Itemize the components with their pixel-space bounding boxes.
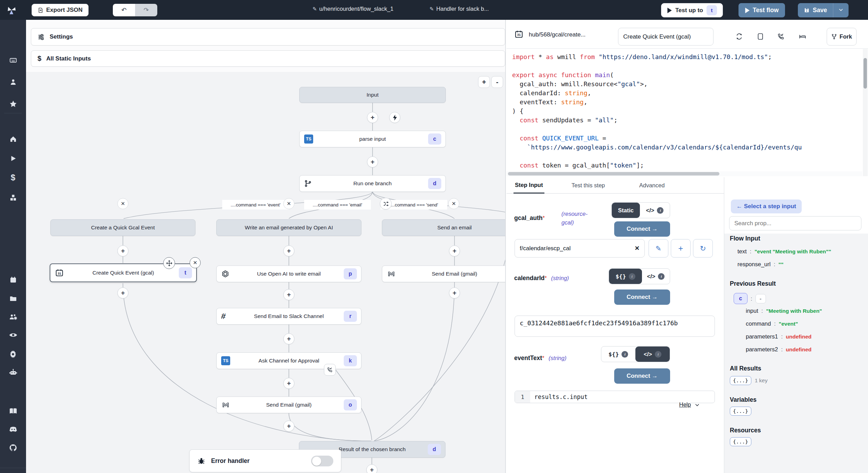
expand-object-chip[interactable]: {...} xyxy=(730,376,751,385)
undo-button[interactable]: ↶ xyxy=(113,4,135,16)
step-chip[interactable]: c xyxy=(734,293,748,304)
flow-canvas[interactable]: Settings $ All Static Inputs + - Input +… xyxy=(26,20,506,473)
sidebar-item-runs[interactable] xyxy=(0,152,26,165)
remove-branch-button[interactable]: ✕ xyxy=(283,198,294,209)
prop-row[interactable]: parameters2: undefined xyxy=(746,346,811,353)
fork-button[interactable]: Fork xyxy=(827,28,857,46)
node-send-email-gmail-branch2[interactable]: Send Email (gmail) o xyxy=(216,397,361,413)
node-send-email-gmail-branch3[interactable]: Send Email (gmail) xyxy=(382,266,506,282)
save-dropdown-button[interactable] xyxy=(833,7,849,14)
add-resource-button[interactable]: + xyxy=(671,239,691,258)
branch-header[interactable]: Write an email generated by Open AI xyxy=(216,219,361,236)
add-step-button[interactable]: + xyxy=(366,464,377,473)
gcal-auth-connect-button[interactable]: Connect → xyxy=(614,221,670,237)
prop-row[interactable]: input: "Meeting with Ruben" xyxy=(746,308,822,314)
add-step-button[interactable]: + xyxy=(283,421,294,432)
gcal-auth-resource-input[interactable]: f/calendar/escp_cal ✕ xyxy=(515,239,645,258)
info-icon[interactable]: i xyxy=(655,351,661,358)
sidebar-item-groups[interactable] xyxy=(0,310,26,324)
toggle-code[interactable]: </> i xyxy=(642,269,670,284)
add-step-button[interactable]: + xyxy=(449,245,460,256)
tab-advanced[interactable]: Advanced xyxy=(638,177,666,194)
node-ask-channel-for-approval[interactable]: TS Ask Channel for Approval k xyxy=(216,352,361,369)
error-handler-toggle[interactable] xyxy=(311,456,333,466)
test-flow-button[interactable]: Test flow xyxy=(738,3,785,17)
sidebar-item-keyboard[interactable] xyxy=(0,53,26,67)
node-send-email-to-slack[interactable]: # Send Email to Slack Channel r xyxy=(216,308,361,325)
branch-condition[interactable]: ....command === 'email' xyxy=(304,200,371,210)
add-step-button[interactable]: + xyxy=(367,112,378,123)
branch-header[interactable]: Create a Quick Gcal Event xyxy=(50,219,195,236)
early-stop-button[interactable] xyxy=(752,29,769,44)
branch-header[interactable]: Send an email xyxy=(382,219,506,236)
suspend-button[interactable] xyxy=(773,29,789,44)
info-icon[interactable]: i xyxy=(658,273,665,280)
sidebar-item-user[interactable] xyxy=(0,75,26,89)
sidebar-item-github[interactable] xyxy=(0,441,26,455)
sidebar-item-home[interactable] xyxy=(0,132,26,146)
add-step-button[interactable]: + xyxy=(117,287,128,299)
tab-test-this-step[interactable]: Test this step xyxy=(570,177,606,194)
delete-node-button[interactable]: ✕ xyxy=(190,257,201,268)
node-flow-input[interactable]: Input xyxy=(299,87,446,103)
toggle-code[interactable]: </> i xyxy=(635,346,670,362)
branch-condition[interactable]: ....command === 'event' xyxy=(222,200,289,210)
calendar-id-input[interactable]: c_0312442e881ae6fcf1dec23f54916a389f1c17… xyxy=(515,316,715,337)
flow-path[interactable]: ✎ u/henricourdent/flow_slack_1 xyxy=(312,6,393,12)
sidebar-item-schedules[interactable] xyxy=(0,273,26,287)
sidebar-item-settings[interactable] xyxy=(0,346,26,360)
node-create-quick-event-selected[interactable]: 31 Create Quick Event (gcal) t xyxy=(50,263,197,282)
add-step-button[interactable]: + xyxy=(449,287,460,299)
node-parse-input[interactable]: TS parse input c xyxy=(299,131,446,147)
collapse-button[interactable]: - xyxy=(756,294,766,303)
expand-object-chip[interactable]: {...} xyxy=(730,437,751,446)
prop-row[interactable]: response_url: "" xyxy=(737,261,784,268)
zoom-out-button[interactable]: - xyxy=(491,76,503,88)
all-static-inputs-button[interactable]: $ All Static Inputs xyxy=(31,50,505,67)
add-step-button[interactable]: + xyxy=(117,245,128,256)
add-step-button[interactable]: + xyxy=(283,289,294,300)
retries-button[interactable] xyxy=(731,29,748,44)
flow-settings-button[interactable]: Settings xyxy=(31,28,505,46)
test-up-to-button[interactable]: Test up to t xyxy=(661,3,723,17)
redo-button[interactable]: ↷ xyxy=(135,4,157,16)
add-step-button[interactable]: + xyxy=(367,156,378,168)
toggle-code[interactable]: </> i xyxy=(640,203,670,218)
prop-row[interactable]: text: "event "Meeting with Ruben"" xyxy=(737,248,831,255)
toggle-template[interactable]: ${} i xyxy=(609,269,642,284)
sleep-button[interactable] xyxy=(794,29,811,44)
code-editor[interactable]: import * as wmill from "https://deno.lan… xyxy=(507,49,862,171)
toggle-template[interactable]: ${} i xyxy=(601,346,635,362)
info-icon[interactable]: i xyxy=(657,207,663,214)
code-h-scrollbar[interactable] xyxy=(507,171,862,176)
edit-resource-button[interactable]: ✎ xyxy=(649,239,668,258)
help-link[interactable]: Help xyxy=(679,401,700,408)
export-json-button[interactable]: Export JSON xyxy=(32,4,89,16)
back-to-step-input-button[interactable]: ← Select a step input xyxy=(731,199,802,213)
step-name-input[interactable] xyxy=(618,28,713,46)
add-step-button[interactable]: + xyxy=(283,245,294,256)
sidebar-item-folders[interactable] xyxy=(0,292,26,305)
refresh-resource-button[interactable]: ↻ xyxy=(693,239,713,258)
scrollbar-thumb[interactable] xyxy=(863,58,867,89)
sidebar-item-resources[interactable] xyxy=(0,191,26,205)
add-step-button[interactable]: + xyxy=(283,378,294,389)
node-openai-write-email[interactable]: Use Open AI to write email p xyxy=(216,266,361,282)
prop-row[interactable]: command: "event" xyxy=(746,320,798,327)
clear-icon[interactable]: ✕ xyxy=(635,245,640,252)
search-prop-input[interactable] xyxy=(729,216,861,230)
scrollbar-thumb[interactable] xyxy=(508,172,719,176)
calendar-id-connect-button[interactable]: Connect → xyxy=(614,289,670,305)
sidebar-item-favorites[interactable] xyxy=(0,97,26,111)
add-step-button[interactable]: + xyxy=(283,333,294,344)
save-button[interactable]: Save xyxy=(798,7,833,14)
windmill-logo-icon[interactable] xyxy=(6,5,17,17)
sidebar-item-variables[interactable]: $ xyxy=(0,171,26,185)
trigger-lightning-button[interactable] xyxy=(389,112,400,123)
toggle-static[interactable]: Static xyxy=(612,203,640,218)
hub-script-path[interactable]: hub/568/gcal/create... xyxy=(529,31,586,38)
sidebar-item-discord[interactable] xyxy=(0,422,26,436)
remove-branch-button[interactable]: ✕ xyxy=(448,198,459,209)
tab-step-input[interactable]: Step Input xyxy=(514,177,544,194)
sidebar-item-docs[interactable] xyxy=(0,404,26,418)
